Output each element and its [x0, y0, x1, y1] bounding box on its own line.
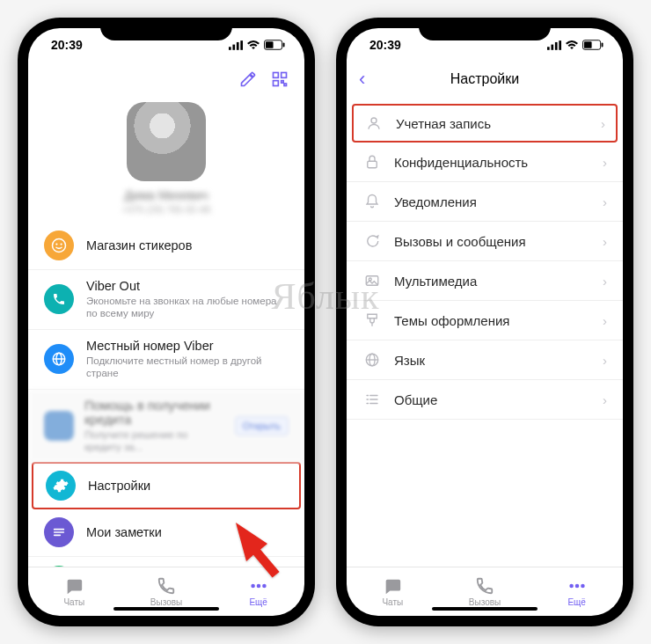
svg-rect-29 [559, 40, 561, 50]
notch [419, 18, 551, 40]
phone-right: 20:39 ‹ Настройки Учетная запись › Конфи… [336, 18, 633, 626]
row-viber-out[interactable]: Viber Out Экономьте на звонках на любые … [28, 270, 304, 330]
back-button[interactable]: ‹ [359, 68, 365, 91]
row-sub: Экономьте на звонках на любые номера по … [86, 295, 289, 320]
chevron-right-icon: › [603, 194, 607, 209]
chevron-right-icon: › [603, 155, 607, 170]
battery-icon [264, 40, 285, 50]
chat-icon [383, 576, 402, 596]
image-icon [362, 273, 382, 289]
svg-rect-28 [555, 41, 558, 49]
more-icon [567, 576, 587, 596]
tab-chats[interactable]: Чаты [347, 567, 439, 616]
svg-point-14 [61, 243, 62, 245]
globe-icon [44, 344, 74, 374]
brush-icon [362, 312, 382, 328]
chat-bubble-icon [362, 233, 382, 249]
notch [100, 18, 232, 40]
svg-rect-31 [584, 41, 592, 48]
chat-icon [64, 576, 84, 596]
settings-label: Общие [394, 392, 590, 407]
ad-title: Помощь в получении кредита [84, 399, 224, 427]
row-label: Настройки [88, 479, 287, 493]
wifi-icon [565, 40, 579, 50]
tab-more[interactable]: Ещё [212, 567, 304, 616]
qr-icon[interactable] [271, 70, 289, 88]
row-ad[interactable]: Помощь в получении кредита Получите реше… [28, 390, 304, 464]
home-indicator [113, 607, 219, 611]
settings-row-notifications[interactable]: Уведомления › [347, 182, 623, 222]
svg-rect-2 [237, 41, 239, 49]
profile-name: Дима Михевич [28, 188, 304, 202]
settings-row-language[interactable]: Язык › [347, 340, 623, 380]
chevron-right-icon: › [603, 353, 607, 368]
svg-point-23 [256, 584, 260, 589]
settings-label: Язык [394, 353, 590, 368]
battery-icon [582, 40, 603, 50]
content: Дима Михевич +375 (29) 765-92-48 Магазин… [28, 97, 304, 567]
profile[interactable]: Дима Михевич +375 (29) 765-92-48 [28, 97, 304, 222]
settings-label: Конфиденциальность [394, 155, 590, 170]
phone-icon [44, 284, 74, 314]
status-time: 20:39 [51, 38, 83, 52]
tab-label: Ещё [249, 597, 267, 607]
chevron-right-icon: › [603, 234, 607, 249]
tab-label: Чаты [63, 597, 84, 607]
ad-thumb [44, 411, 74, 441]
row-sticker-store[interactable]: Магазин стикеров [28, 222, 304, 270]
svg-rect-7 [274, 73, 279, 78]
row-sub: Подключите местный номер в другой стране [86, 355, 289, 380]
settings-row-calls[interactable]: Вызовы и сообщения › [347, 222, 623, 261]
svg-rect-3 [240, 40, 243, 50]
svg-point-22 [251, 584, 255, 589]
tab-more[interactable]: Ещё [530, 567, 623, 616]
svg-rect-5 [266, 41, 274, 48]
settings-row-themes[interactable]: Темы оформления › [347, 301, 623, 340]
edit-icon[interactable] [239, 70, 257, 88]
settings-row-general[interactable]: Общие › [347, 380, 623, 420]
phone-icon [475, 576, 494, 596]
settings-label: Темы оформления [394, 313, 590, 328]
settings-row-privacy[interactable]: Конфиденциальность › [347, 143, 623, 182]
row-local-number[interactable]: Местный номер Viber Подключите местный н… [28, 330, 304, 390]
svg-point-40 [574, 584, 579, 589]
chevron-right-icon: › [603, 274, 607, 289]
notes-icon [44, 517, 74, 547]
lock-icon [362, 154, 382, 170]
settings-label: Уведомления [394, 194, 590, 209]
chevron-right-icon: › [601, 116, 605, 131]
chevron-right-icon: › [603, 392, 607, 407]
svg-rect-27 [551, 44, 553, 49]
settings-row-account[interactable]: Учетная запись › [352, 104, 618, 143]
phone-icon [157, 576, 176, 596]
row-settings[interactable]: Настройки [32, 462, 301, 509]
settings-label: Вызовы и сообщения [394, 234, 590, 249]
svg-rect-10 [282, 81, 284, 84]
row-add-contact[interactable]: Добавить контакт [28, 557, 304, 567]
svg-point-39 [569, 584, 574, 589]
wifi-icon [246, 40, 260, 50]
svg-point-13 [55, 243, 57, 245]
settings-row-media[interactable]: Мультимедиа › [347, 261, 623, 301]
tab-chats[interactable]: Чаты [28, 567, 121, 616]
svg-rect-8 [282, 73, 287, 78]
row-label: Магазин стикеров [86, 238, 289, 252]
avatar[interactable] [127, 102, 206, 181]
row-my-notes[interactable]: Мои заметки [28, 509, 304, 557]
sticker-icon [44, 231, 74, 260]
person-icon [364, 115, 384, 131]
tab-label: Вызовы [150, 597, 182, 607]
tab-label: Ещё [567, 597, 585, 607]
topbar [28, 62, 304, 97]
tab-label: Чаты [382, 597, 403, 607]
settings-list: Учетная запись › Конфиденциальность › Ув… [347, 97, 623, 567]
profile-phone: +375 (29) 765-92-48 [28, 204, 304, 215]
svg-point-12 [53, 239, 66, 252]
ad-button[interactable]: Открыть [235, 416, 289, 435]
topbar-settings: ‹ Настройки [347, 62, 623, 97]
row-label: Мои заметки [86, 525, 289, 539]
page-title: Настройки [450, 71, 519, 87]
phone-left: 20:39 Дима Михевич +375 (29) 765-92-48 [18, 18, 315, 626]
svg-point-41 [581, 584, 585, 589]
row-label: Местный номер Viber [86, 339, 289, 353]
